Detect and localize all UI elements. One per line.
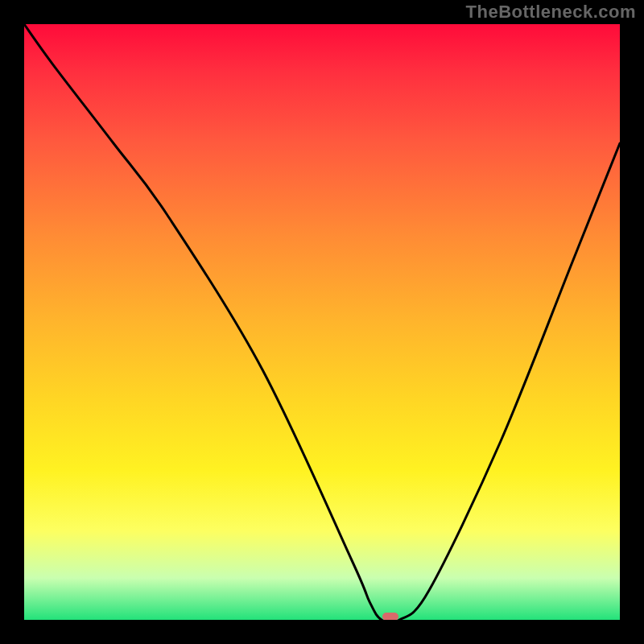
watermark-text: TheBottleneck.com [466,2,636,23]
plot-area [24,24,620,620]
bottleneck-curve [24,24,620,620]
optimal-marker [382,613,398,620]
chart-frame: TheBottleneck.com [0,0,644,644]
